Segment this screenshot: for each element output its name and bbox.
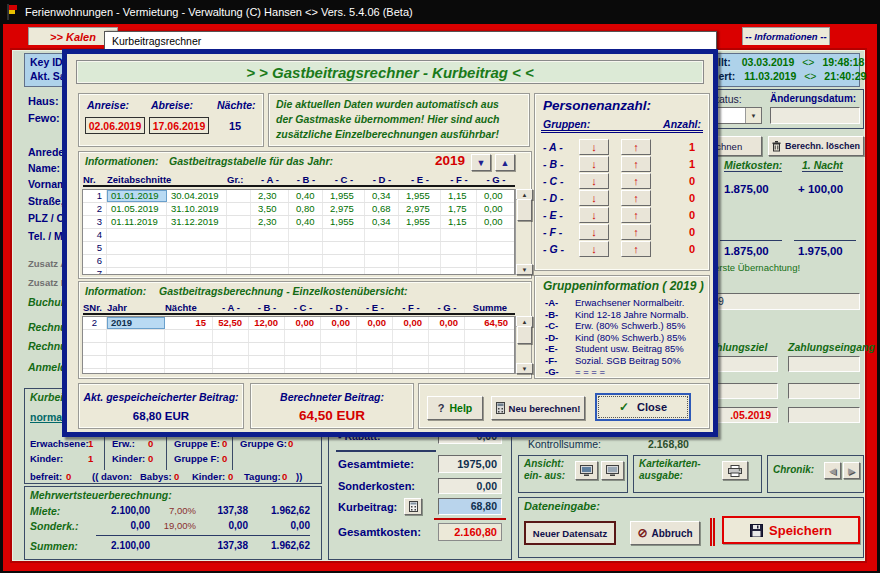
- aenderungsdatum-field[interactable]: [770, 107, 860, 124]
- grid-cell[interactable]: [399, 268, 441, 275]
- grid-cell[interactable]: 1,955: [323, 190, 365, 202]
- grid-cell[interactable]: [227, 203, 251, 215]
- grid-cell[interactable]: [107, 229, 167, 241]
- grid-cell[interactable]: [323, 242, 365, 254]
- grid-cell[interactable]: 01.05.2019: [107, 203, 167, 215]
- grid-cell[interactable]: [393, 330, 429, 342]
- grid-cell[interactable]: [227, 216, 251, 228]
- grid-cell[interactable]: [251, 229, 289, 241]
- zahlungseingang-field-3[interactable]: [788, 407, 860, 423]
- grid-cell[interactable]: [399, 229, 441, 241]
- grid-cell[interactable]: [165, 369, 213, 374]
- decrease-button[interactable]: ↓: [579, 207, 609, 223]
- grid-cell[interactable]: [365, 255, 399, 267]
- grid-cell[interactable]: 01.01.2019: [107, 190, 167, 202]
- grid-cell[interactable]: [441, 242, 477, 254]
- decrease-button[interactable]: ↓: [579, 139, 609, 155]
- column-header[interactable]: - C -: [323, 174, 365, 185]
- grid-cell[interactable]: [251, 255, 289, 267]
- abbruch-button[interactable]: ⊘ Abbruch: [630, 521, 700, 545]
- grid-cell[interactable]: [399, 255, 441, 267]
- grid-cell[interactable]: [285, 343, 321, 355]
- scrollbar-thumb[interactable]: [517, 326, 532, 344]
- table2-scrollbar[interactable]: ▲ ▼: [515, 316, 531, 374]
- grid-cell[interactable]: 1,15: [441, 216, 477, 228]
- grid-cell[interactable]: [429, 343, 465, 355]
- grid-cell[interactable]: 6: [83, 255, 107, 267]
- grid-cell[interactable]: [285, 369, 321, 374]
- gastbeitragstabelle-grid[interactable]: 101.01.201930.04.20192,300,401,9550,341,…: [82, 189, 515, 275]
- grid-cell[interactable]: [167, 229, 227, 241]
- grid-cell[interactable]: [477, 229, 515, 241]
- grid-cell[interactable]: [165, 330, 213, 342]
- berechnung-loeschen-button[interactable]: Berechn. löschen: [768, 136, 864, 156]
- grid-cell[interactable]: 0,40: [289, 190, 323, 202]
- column-header[interactable]: Nächte: [165, 302, 213, 313]
- grid-cell[interactable]: [83, 356, 107, 368]
- grid-cell[interactable]: 0,68: [365, 203, 399, 215]
- grid-cell[interactable]: [429, 356, 465, 368]
- grid-cell[interactable]: [393, 343, 429, 355]
- grid-cell[interactable]: [107, 343, 165, 355]
- increase-button[interactable]: ↑: [621, 139, 651, 155]
- column-header[interactable]: - F -: [441, 174, 477, 185]
- grid-cell[interactable]: 31.12.2019: [167, 216, 227, 228]
- tarif-normal-link[interactable]: normal: [30, 411, 65, 423]
- column-header[interactable]: - A -: [251, 174, 289, 185]
- grid-cell[interactable]: [323, 268, 365, 275]
- grid-cell[interactable]: 15: [165, 317, 213, 329]
- decrease-button[interactable]: ↓: [579, 190, 609, 206]
- grid-cell[interactable]: [465, 369, 515, 374]
- grid-cell[interactable]: [357, 330, 393, 342]
- grid-cell[interactable]: 2,975: [323, 203, 365, 215]
- grid-cell[interactable]: [441, 268, 477, 275]
- grid-cell[interactable]: 2: [83, 317, 107, 329]
- grid-cell[interactable]: [227, 268, 251, 275]
- grid-cell[interactable]: [321, 356, 357, 368]
- grid-cell[interactable]: 2,975: [399, 203, 441, 215]
- print-button[interactable]: [722, 461, 748, 480]
- column-header[interactable]: - G -: [477, 174, 515, 185]
- einzelkosten-grid[interactable]: 220191552,5012,000,000,000,000,000,0064,…: [82, 316, 515, 374]
- grid-cell[interactable]: [107, 356, 165, 368]
- grid-cell[interactable]: [323, 255, 365, 267]
- increase-button[interactable]: ↑: [621, 224, 651, 240]
- grid-cell[interactable]: 1,955: [323, 216, 365, 228]
- grid-cell[interactable]: [393, 356, 429, 368]
- help-button[interactable]: ? Help: [427, 396, 483, 420]
- column-header[interactable]: - E -: [357, 302, 393, 313]
- grid-cell[interactable]: 01.11.2019: [107, 216, 167, 228]
- anreise-field[interactable]: 02.06.2019: [85, 117, 145, 134]
- increase-button[interactable]: ↑: [621, 207, 651, 223]
- grid-cell[interactable]: [167, 255, 227, 267]
- gesamtmiete-field[interactable]: 1975,00: [438, 455, 502, 473]
- grid-cell[interactable]: [249, 356, 285, 368]
- chevron-down-icon[interactable]: ▼: [745, 108, 761, 123]
- grid-cell[interactable]: [365, 229, 399, 241]
- grid-cell[interactable]: [213, 369, 249, 374]
- grid-cell[interactable]: [357, 356, 393, 368]
- decrease-button[interactable]: ↓: [579, 224, 609, 240]
- grid-cell[interactable]: [249, 369, 285, 374]
- kurbeitrag-rechner-button[interactable]: [404, 498, 422, 515]
- table-row[interactable]: 6: [83, 255, 514, 268]
- tab-informationen[interactable]: -- Informationen --: [742, 27, 830, 45]
- grid-cell[interactable]: [289, 268, 323, 275]
- table-row[interactable]: 7: [83, 268, 514, 275]
- grid-cell[interactable]: 2,30: [251, 216, 289, 228]
- grid-cell[interactable]: [227, 255, 251, 267]
- scroll-down-icon[interactable]: ▼: [516, 264, 533, 275]
- grid-cell[interactable]: [321, 343, 357, 355]
- grid-cell[interactable]: [441, 229, 477, 241]
- grid-cell[interactable]: [465, 356, 515, 368]
- grid-cell[interactable]: [465, 330, 515, 342]
- grid-cell[interactable]: 2,30: [251, 190, 289, 202]
- grid-cell[interactable]: 12,00: [249, 317, 285, 329]
- grid-cell[interactable]: 0,00: [429, 317, 465, 329]
- table-row[interactable]: 220191552,5012,000,000,000,000,000,0064,…: [83, 317, 514, 330]
- close-button[interactable]: ✓ Close: [595, 393, 691, 421]
- grid-cell[interactable]: [365, 268, 399, 275]
- kurbeitrag-field[interactable]: 68,80: [438, 498, 502, 515]
- grid-cell[interactable]: 0,00: [357, 317, 393, 329]
- grid-cell[interactable]: 0,80: [289, 203, 323, 215]
